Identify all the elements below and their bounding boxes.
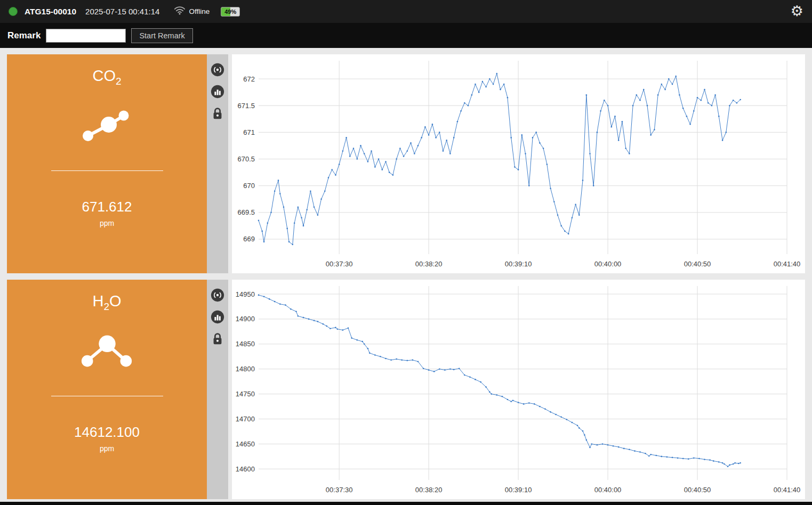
co2-chart-button[interactable] xyxy=(210,84,226,100)
svg-text:00:40:00: 00:40:00 xyxy=(594,486,622,494)
co2-panel: CO2 671.612 ppm xyxy=(7,54,805,273)
start-remark-button[interactable]: Start Remark xyxy=(131,28,192,43)
remark-bar: Remark Start Remark xyxy=(0,23,812,48)
svg-text:14950: 14950 xyxy=(236,290,255,298)
app-window: ATG15-00010 2025-07-15 00:41:14 Offline … xyxy=(0,0,812,505)
battery-indicator: 49% xyxy=(221,7,240,17)
h2o-molecule-icon xyxy=(78,330,136,373)
svg-text:00:38:20: 00:38:20 xyxy=(415,486,443,494)
svg-text:00:37:30: 00:37:30 xyxy=(326,486,353,494)
svg-text:00:41:40: 00:41:40 xyxy=(774,486,801,494)
svg-text:14600: 14600 xyxy=(236,465,255,473)
top-status-bar: ATG15-00010 2025-07-15 00:41:14 Offline … xyxy=(0,0,812,23)
co2-lock-button[interactable] xyxy=(210,105,226,121)
svg-text:671.5: 671.5 xyxy=(237,102,255,110)
h2o-chart-button[interactable] xyxy=(210,309,226,325)
svg-text:00:38:20: 00:38:20 xyxy=(415,260,443,268)
svg-text:00:39:10: 00:39:10 xyxy=(505,486,532,494)
svg-text:00:37:30: 00:37:30 xyxy=(326,260,353,268)
h2o-title: H2O xyxy=(92,292,121,313)
co2-unit: ppm xyxy=(100,219,114,227)
battery-percent: 49% xyxy=(221,7,239,16)
svg-text:669.5: 669.5 xyxy=(237,208,255,216)
device-id: ATG15-00010 xyxy=(25,7,76,17)
h2o-value: 14612.100 xyxy=(74,424,140,441)
current-timestamp: 2025-07-15 00:41:14 xyxy=(85,7,159,16)
remark-label: Remark xyxy=(7,30,41,41)
h2o-unit: ppm xyxy=(100,444,114,453)
svg-text:670.5: 670.5 xyxy=(237,155,255,163)
h2o-card: H2O 14612.100 ppm xyxy=(7,280,207,499)
main-content: CO2 671.612 ppm xyxy=(0,48,812,502)
svg-text:669: 669 xyxy=(243,235,255,243)
connection-status-label: Offline xyxy=(189,7,210,15)
svg-text:14800: 14800 xyxy=(236,365,255,373)
svg-text:14900: 14900 xyxy=(236,315,255,323)
co2-value: 671.612 xyxy=(82,199,132,215)
remark-input[interactable] xyxy=(46,29,126,43)
svg-text:14650: 14650 xyxy=(236,440,255,448)
co2-divider xyxy=(51,170,163,171)
svg-text:672: 672 xyxy=(243,75,255,83)
h2o-tool-strip xyxy=(207,280,228,499)
h2o-lock-button[interactable] xyxy=(210,331,226,347)
co2-molecule-icon xyxy=(81,104,134,148)
co2-tool-strip xyxy=(207,54,228,273)
h2o-divider xyxy=(51,396,163,396)
svg-text:00:40:00: 00:40:00 xyxy=(594,260,622,268)
svg-text:00:41:40: 00:41:40 xyxy=(774,260,801,268)
co2-card: CO2 671.612 ppm xyxy=(7,54,207,273)
svg-text:00:40:50: 00:40:50 xyxy=(684,486,711,494)
h2o-panel: H2O 14612.100 ppm xyxy=(7,280,805,499)
svg-text:14850: 14850 xyxy=(236,340,255,348)
settings-gear-icon[interactable]: ⚙ xyxy=(791,4,803,19)
svg-text:671: 671 xyxy=(243,128,255,136)
h2o-chart[interactable]: 00:37:3000:38:2000:39:1000:40:0000:40:50… xyxy=(232,280,805,499)
co2-broadcast-button[interactable] xyxy=(210,62,226,78)
wifi-icon xyxy=(174,6,186,17)
svg-text:00:40:50: 00:40:50 xyxy=(684,260,711,268)
co2-chart[interactable]: 00:37:3000:38:2000:39:1000:40:0000:40:50… xyxy=(232,54,805,273)
connection-status-dot xyxy=(9,7,18,16)
svg-text:00:39:10: 00:39:10 xyxy=(505,260,532,268)
h2o-broadcast-button[interactable] xyxy=(210,287,226,303)
svg-text:14700: 14700 xyxy=(236,415,255,423)
svg-text:670: 670 xyxy=(243,182,255,190)
co2-title: CO2 xyxy=(92,67,121,87)
svg-text:14750: 14750 xyxy=(236,390,255,398)
bottom-border xyxy=(0,502,812,505)
